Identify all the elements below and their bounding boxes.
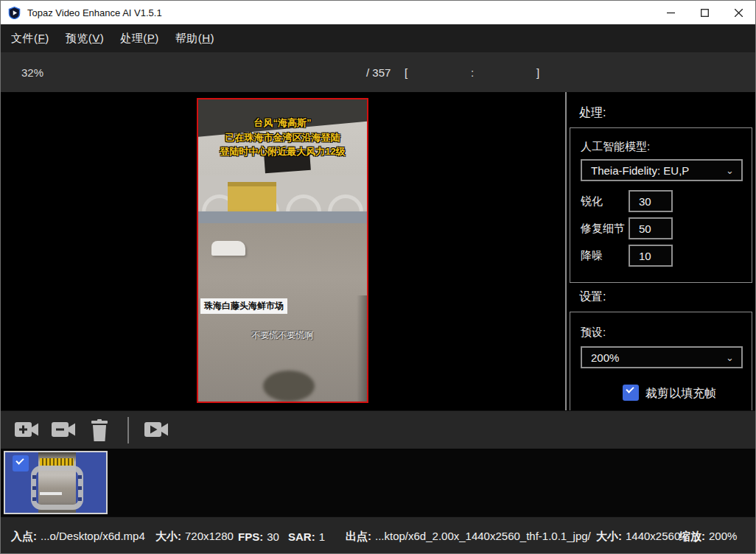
denoise-label: 降噪 [581,249,603,263]
settings-panel: 处理: 人工智能模型: Theia-Fidelity: EU,P ⌄ 锐化 修复… [567,92,755,410]
app-window: Topaz Video Enhance AI V1.5.1 文件(F) 预览(V… [0,0,756,554]
remove-video-icon [51,419,76,440]
thumbnail-strip [1,449,755,516]
ai-model-dropdown[interactable]: Theia-Fidelity: EU,P ⌄ [581,159,743,181]
restore-detail-input[interactable] [629,217,673,239]
menu-preview[interactable]: 预览(V) [66,32,105,46]
processing-section-title: 处理: [579,105,606,121]
thumbnail-headline-smudge [40,458,74,466]
play-video-icon [144,419,169,440]
restore-detail-label: 修复细节 [581,222,625,236]
close-button[interactable] [721,1,755,24]
status-bar: 入点:...o/Desktop/x6d.mp4 大小:720x1280 FPS:… [1,516,755,554]
add-video-button[interactable] [14,419,39,443]
zoom-level-label: 32% [21,66,43,79]
preset-label: 预设: [581,326,606,340]
window-title: Topaz Video Enhance AI V1.5.1 [27,7,162,18]
trim-close-bracket: ] [536,66,539,79]
ai-model-label: 人工智能模型: [581,140,650,154]
title-bar: Topaz Video Enhance AI V1.5.1 [1,1,755,24]
status-in-point: 入点:...o/Desktop/x6d.mp4 [11,529,145,543]
crop-to-fill-checkbox[interactable] [623,385,639,401]
main-area: 台风“海高斯” 已在珠海市金湾区沿海登陆 登陆时中心附近最大风力12级 珠海白藤… [1,92,755,410]
sharpen-input[interactable] [629,190,673,212]
settings-section-title: 设置: [579,290,606,305]
crop-to-fill-label: 裁剪以填充帧 [645,386,716,402]
video-headline-text: 台风“海高斯” 已在珠海市金湾区沿海登陆 登陆时中心附近最大风力12级 [198,116,367,159]
menu-process[interactable]: 处理(P) [120,32,159,46]
video-thumbnail[interactable] [4,451,108,514]
trash-icon [89,419,110,441]
preset-group: 预设: 200% ⌄ 裁剪以填充帧 [570,312,752,410]
video-debris [263,371,315,402]
video-bridge [198,175,367,214]
toolbar-divider [127,417,129,443]
status-out-size: 大小:1440x2560 [596,529,680,543]
menu-help[interactable]: 帮助(H) [175,32,214,46]
sharpen-label: 锐化 [581,194,603,208]
status-out-point: 出点:...ktop/x6d_2.00x_1440x2560_thf-1.0.1… [346,529,591,543]
trim-colon: : [471,66,474,79]
status-scale: 缩放:200% [679,529,737,543]
trim-open-bracket: [ [405,66,407,79]
thumbnail-checkbox[interactable] [13,455,29,471]
video-submerged-car [211,241,245,256]
ai-model-value: Theia-Fidelity: EU,P [591,164,689,177]
video-yellow-sign [228,182,276,213]
preset-value: 200% [591,351,619,364]
video-location-label: 珠海白藤头海鲜市场 [200,298,287,314]
maximize-button[interactable] [687,1,721,24]
checkmark-icon [626,385,634,393]
minimize-button[interactable] [654,1,687,24]
status-sar: SAR:1 [288,530,325,542]
video-preview[interactable]: 台风“海高斯” 已在珠海市金湾区沿海登陆 登陆时中心附近最大风力12级 珠海白藤… [197,98,368,403]
chevron-down-icon: ⌄ [726,165,734,176]
denoise-input[interactable] [629,245,673,267]
app-logo-icon [8,7,21,19]
playback-toolbar: 32% / 357 [ : ] [1,52,755,92]
remove-video-button[interactable] [51,419,76,443]
menu-bar: 文件(F) 预览(V) 处理(P) 帮助(H) [1,24,755,52]
clip-toolbar [1,410,755,449]
menu-file[interactable]: 文件(F) [11,32,49,46]
ai-model-group: 人工智能模型: Theia-Fidelity: EU,P ⌄ 锐化 修复细节 降… [570,127,752,283]
film-frame-icon [31,466,83,510]
status-in-size: 大小:720x1280 [155,529,234,543]
preset-dropdown[interactable]: 200% ⌄ [581,346,743,368]
chevron-down-icon: ⌄ [726,352,734,363]
delete-button[interactable] [89,419,110,444]
checkmark-icon [15,456,24,464]
status-fps: FPS:30 [238,530,279,542]
video-caption: 不要慌不要慌啊 [198,329,367,342]
add-video-icon [14,419,39,440]
total-frames-label: / 357 [366,66,391,79]
process-video-button[interactable] [144,419,169,443]
